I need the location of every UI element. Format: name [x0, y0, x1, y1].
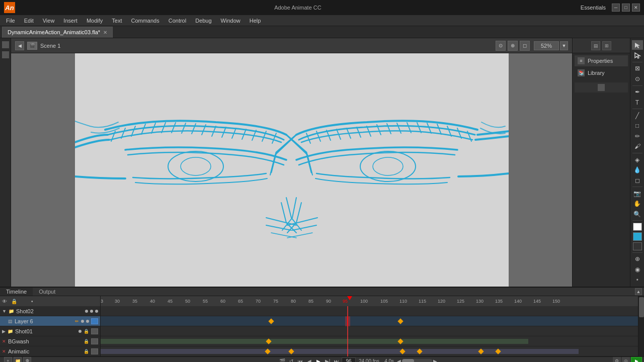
play-btn[interactable]: ▶ [314, 357, 323, 362]
eraser-tool[interactable]: ◻ [632, 175, 643, 185]
lock-icon-1: 🔒 [84, 329, 89, 334]
track-shot02[interactable] [101, 306, 644, 316]
menu-file[interactable]: File [2, 17, 19, 25]
title-bar-right[interactable]: Essentials ─ □ ✕ [581, 4, 640, 12]
timeline-scrubber[interactable] [402, 359, 432, 362]
timeline-scrollbar-thumb[interactable] [639, 297, 644, 317]
menu-text[interactable]: Text [108, 17, 126, 25]
frame-num-90: 90 [326, 299, 331, 304]
right-panel: ▤ ⊞ ≡ Properties 📚 Library [572, 38, 630, 287]
folder-expand-icon[interactable]: ▼ [2, 309, 7, 314]
lasso-tool[interactable]: ⊙ [632, 74, 643, 83]
zoom-dropdown-button[interactable]: ▼ [560, 41, 568, 50]
restore-button[interactable]: □ [622, 4, 630, 12]
timeline-scroll-right[interactable]: ▶ [433, 358, 437, 363]
frame-num-55: 55 [203, 299, 208, 304]
layer-layer6[interactable]: ▤ Layer 6 ✏ [0, 316, 100, 326]
extra-color-swatch[interactable] [633, 242, 642, 250]
playhead-highlight [345, 316, 350, 326]
eyedropper-tool[interactable]: 💧 [632, 165, 643, 174]
menu-commands[interactable]: Commands [127, 17, 163, 25]
playhead-line-1 [347, 306, 348, 316]
timeline-scrollbar[interactable] [638, 296, 644, 356]
timeline-tabs: Timeline Output ▲ [0, 288, 644, 296]
output-tab[interactable]: Output [33, 288, 61, 296]
track-shot01[interactable] [101, 326, 644, 336]
play-indicator[interactable]: ▶ [631, 357, 642, 362]
new-layer-btn[interactable]: + [4, 357, 12, 362]
stroke-color-swatch[interactable] [633, 223, 642, 231]
layer-shot01[interactable]: ▶ 📁 Shot01 🔒 [0, 326, 100, 336]
step-back-btn[interactable]: ◀ [305, 357, 313, 362]
vis-dot-1 [85, 310, 88, 313]
timeline-scroll-left[interactable]: ◀ [397, 358, 401, 363]
step-forward-btn[interactable]: ▶| [324, 357, 332, 362]
svg-line-43 [287, 233, 312, 238]
workspace-label[interactable]: Essentials [581, 5, 606, 11]
zoom-input[interactable] [534, 41, 559, 50]
tool-separator-6 [632, 220, 642, 221]
goto-end-btn[interactable]: ⏭ [333, 357, 341, 362]
camera-tool[interactable]: 📷 [632, 189, 643, 198]
onion-skin-btn[interactable]: ◎ [622, 357, 630, 362]
track-animatic[interactable] [101, 346, 644, 356]
rectangle-tool[interactable]: □ [632, 121, 643, 131]
title-bar-center: Adobe Animate CC [274, 5, 321, 11]
panel-icon-2 [2, 51, 9, 58]
menu-view[interactable]: View [39, 17, 59, 25]
timeline-settings-btn[interactable]: ⚙ [613, 357, 621, 362]
menu-help[interactable]: Help [246, 17, 265, 25]
pen-tool[interactable]: ✒ [632, 87, 643, 97]
timeline-collapse-btn[interactable]: ▲ [635, 288, 642, 295]
document-tab[interactable]: DynamicAnimeAction_Animatic03.fla* ✕ [2, 27, 113, 38]
lock-icon-2: 🔒 [84, 339, 89, 344]
track-layer6[interactable] [101, 316, 644, 326]
library-icon: 📚 [578, 69, 585, 76]
new-folder-btn[interactable]: 📁 [14, 357, 22, 362]
tab-close-button[interactable]: ✕ [103, 30, 107, 35]
layer-shot02-name: Shot02 [16, 308, 83, 314]
menu-control[interactable]: Control [165, 17, 190, 25]
back-nav-button[interactable]: ◀ [15, 41, 24, 50]
menu-debug[interactable]: Debug [191, 17, 215, 25]
select-tool[interactable] [632, 40, 643, 50]
fill-color-swatch[interactable] [633, 232, 642, 240]
layer-animatic[interactable]: ✕ Animatic 🔒 [0, 346, 100, 356]
shot01-expand-icon[interactable]: ▶ [2, 329, 6, 334]
extra-tool[interactable]: ⋆ [632, 275, 643, 285]
goto-start-btn[interactable]: ⏮ [296, 357, 304, 362]
layer-bgwash[interactable]: ✕ BGwash 🔒 [0, 336, 100, 346]
brush-tool[interactable]: 🖌 [632, 142, 643, 151]
loop-btn[interactable]: ↺ [287, 357, 295, 362]
library-tab[interactable]: 📚 Library [575, 67, 628, 78]
timeline-tab[interactable]: Timeline [0, 288, 33, 296]
text-tool[interactable]: T [632, 98, 643, 107]
current-frame-display: 96 [342, 357, 356, 363]
minimize-button[interactable]: ─ [612, 4, 620, 12]
film-preview-btn[interactable]: 🎬 [278, 357, 286, 362]
line-tool[interactable]: ╱ [632, 111, 643, 120]
properties-tab[interactable]: ≡ Properties [575, 55, 628, 66]
hand-tool[interactable]: ✋ [632, 199, 643, 209]
frames-header[interactable]: 3 30 35 40 45 50 55 60 65 70 75 80 85 90… [101, 296, 644, 306]
delete-layer-btn[interactable]: 🗑 [23, 357, 31, 362]
panel-grid-btn[interactable]: ⊞ [602, 41, 611, 50]
menu-modify[interactable]: Modify [83, 17, 107, 25]
menu-insert[interactable]: Insert [59, 17, 82, 25]
pencil-tool[interactable]: ✏ [632, 131, 643, 141]
free-transform-tool[interactable]: ⊠ [632, 64, 643, 73]
zoom-control[interactable]: ⊙ ⊕ ◻ ▼ [496, 41, 568, 51]
track-bgwash[interactable] [101, 336, 644, 346]
zoom-tool[interactable]: 🔍 [632, 209, 643, 219]
layer-shot02[interactable]: ▼ 📁 Shot02 [0, 306, 100, 316]
menu-edit[interactable]: Edit [20, 17, 38, 25]
transform-options[interactable]: ⊕ [632, 254, 643, 264]
panel-toggle-btn[interactable]: ▤ [591, 41, 600, 50]
close-button[interactable]: ✕ [632, 4, 640, 12]
pencil-icon: ✏ [75, 319, 79, 324]
menu-window[interactable]: Window [217, 17, 245, 25]
folder-icon: 📁 [9, 309, 14, 314]
subselect-tool[interactable] [632, 50, 643, 60]
snap-options[interactable]: ◉ [632, 264, 643, 274]
paint-bucket-tool[interactable]: ◈ [632, 155, 643, 164]
